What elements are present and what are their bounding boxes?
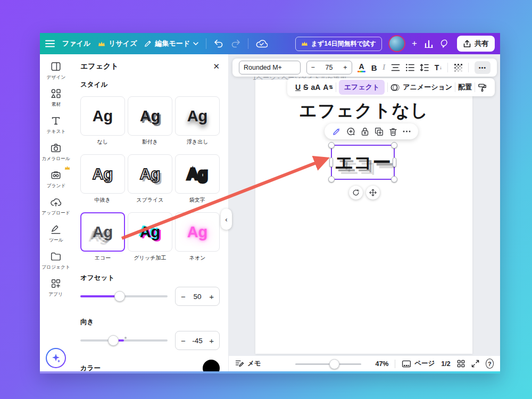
direction-increase-button[interactable]: +	[209, 336, 214, 345]
offset-slider[interactable]	[80, 290, 168, 302]
more-dots-icon[interactable]	[403, 130, 411, 132]
direction-value[interactable]: -45	[192, 337, 203, 345]
lock-icon[interactable]	[361, 127, 369, 136]
style-tile-echo[interactable]: Ag エコー	[80, 212, 125, 262]
help-button[interactable]: ?	[486, 359, 494, 369]
zoom-slider[interactable]	[295, 359, 362, 369]
magic-assistant-button[interactable]	[46, 348, 66, 368]
position-button[interactable]: 配置	[458, 82, 472, 92]
underline-button[interactable]: U	[295, 83, 301, 92]
text-case-button[interactable]: aA	[311, 83, 320, 92]
effects-button-active[interactable]: エフェクト	[339, 80, 385, 95]
topbar-divider	[248, 38, 248, 49]
text-align-button[interactable]	[391, 64, 400, 71]
close-panel-button[interactable]: ✕	[213, 62, 220, 71]
format-toolbar: U S aA A⇅ エフェクト アニメーション 配置	[287, 78, 495, 96]
selection-handle-top-left[interactable]	[328, 142, 335, 148]
cloud-save-status-button[interactable]	[256, 39, 268, 48]
style-tile-none[interactable]: Ag なし	[80, 96, 125, 146]
direction-slider-handle[interactable]	[108, 335, 119, 346]
offset-increase-button[interactable]: +	[209, 292, 214, 301]
format-painter-button[interactable]	[478, 83, 487, 92]
updown-arrow-icon: ⇅	[329, 85, 333, 90]
text-toolbar: Rounded M+ − 75 + A B I	[232, 59, 497, 77]
sidebar-item-apps[interactable]: アプリ	[48, 278, 63, 298]
plain-text-element[interactable]: エフェクトなし	[255, 99, 472, 123]
collapse-panel-button[interactable]: ‹	[221, 209, 232, 230]
selected-text-element[interactable]: エコー	[331, 145, 395, 180]
sidebar-item-tools[interactable]: ツール	[48, 223, 64, 244]
line-spacing-button[interactable]	[420, 64, 429, 71]
style-tiles-grid: Ag なし Ag 影付き Ag 浮き出し Ag 中抜き	[80, 96, 220, 262]
notes-button[interactable]: メモ	[235, 359, 261, 368]
trash-icon[interactable]	[389, 127, 397, 136]
design-page[interactable]: エフェクトなし	[255, 80, 472, 354]
bold-button[interactable]: B	[371, 63, 377, 72]
share-button[interactable]: 共有	[457, 36, 495, 52]
grid-view-button[interactable]	[457, 360, 465, 368]
offset-slider-handle[interactable]	[114, 291, 125, 302]
style-section-label: スタイル	[80, 80, 220, 89]
sidebar-item-uploads[interactable]: アップロード	[40, 196, 71, 217]
sidebar-item-text[interactable]: テキスト	[46, 115, 66, 135]
direction-decrease-button[interactable]: −	[181, 336, 186, 345]
animation-circles-icon	[390, 84, 400, 92]
redo-button[interactable]	[231, 39, 240, 48]
rotate-button[interactable]	[349, 186, 363, 200]
edit-mode-dropdown[interactable]: 編集モード	[144, 39, 198, 48]
vertical-text-button[interactable]: T↓	[435, 63, 442, 72]
zoom-slider-handle[interactable]	[329, 359, 339, 369]
font-size-increase-button[interactable]: +	[343, 64, 347, 71]
style-tile-glitch[interactable]: Ag グリッチ加工	[128, 212, 172, 262]
style-tile-splice[interactable]: Ag スプライス	[128, 154, 172, 204]
undo-button[interactable]	[214, 39, 223, 48]
comment-add-icon[interactable]	[346, 127, 355, 136]
offset-decrease-button[interactable]: −	[181, 292, 186, 301]
folder-icon	[50, 251, 62, 262]
duplicate-icon[interactable]	[375, 127, 384, 136]
fullscreen-button[interactable]	[471, 360, 479, 368]
sidebar-item-projects[interactable]: プロジェクト	[40, 251, 71, 271]
selection-handle-bottom-left[interactable]	[328, 176, 335, 182]
animation-button[interactable]: アニメーション	[390, 82, 452, 92]
selected-text[interactable]: エコー	[335, 150, 392, 175]
selection-handle-left[interactable]	[329, 157, 333, 167]
style-tile-hollow[interactable]: Ag 中抜き	[80, 154, 125, 204]
letter-spacing-button[interactable]: A⇅	[323, 83, 333, 92]
sidebar-item-elements[interactable]: 素材	[50, 88, 62, 108]
file-menu-button[interactable]: ファイル	[62, 39, 90, 48]
style-tile-lift[interactable]: Ag 浮き出し	[175, 96, 220, 146]
hamburger-menu-button[interactable]	[45, 40, 55, 47]
transparency-button[interactable]	[454, 63, 463, 72]
bullet-list-button[interactable]	[406, 64, 414, 71]
selection-handle-top-right[interactable]	[391, 142, 397, 148]
sidebar-item-brand[interactable]: ブランド	[46, 169, 66, 189]
selection-handle-bottom-right[interactable]	[391, 176, 397, 182]
move-button[interactable]	[366, 186, 380, 200]
expand-arrows-icon	[471, 360, 479, 368]
toolbar-divider	[468, 63, 469, 72]
add-member-button[interactable]: +	[412, 38, 417, 49]
text-color-button[interactable]: A	[358, 63, 365, 73]
sidebar-item-design[interactable]: デザイン	[46, 61, 66, 81]
font-size-decrease-button[interactable]: −	[311, 64, 315, 71]
style-tile-neon[interactable]: Ag ネオン	[175, 212, 220, 262]
selection-handle-right[interactable]	[393, 157, 396, 167]
font-size-value[interactable]: 75	[326, 64, 333, 71]
pages-button[interactable]: ページ	[402, 359, 435, 368]
trial-button[interactable]: まず14日間無料で試す	[295, 37, 382, 51]
strikethrough-button[interactable]: S	[303, 83, 308, 92]
style-tile-shadow[interactable]: Ag 影付き	[128, 96, 172, 146]
avatar[interactable]	[389, 36, 404, 51]
font-family-selector[interactable]: Rounded M+	[239, 61, 301, 74]
style-tile-outline[interactable]: Ag 袋文字	[175, 154, 220, 204]
insights-button[interactable]	[425, 40, 433, 48]
more-options-button[interactable]: •••	[475, 61, 491, 74]
resize-button[interactable]: リサイズ	[98, 39, 137, 48]
magic-edit-icon[interactable]	[332, 127, 341, 136]
italic-button[interactable]: I	[383, 63, 385, 72]
offset-value[interactable]: 50	[193, 293, 201, 301]
sidebar-item-camera-roll[interactable]: カメラロール	[40, 142, 71, 162]
comments-button[interactable]	[440, 39, 450, 48]
direction-slider[interactable]	[80, 335, 168, 346]
